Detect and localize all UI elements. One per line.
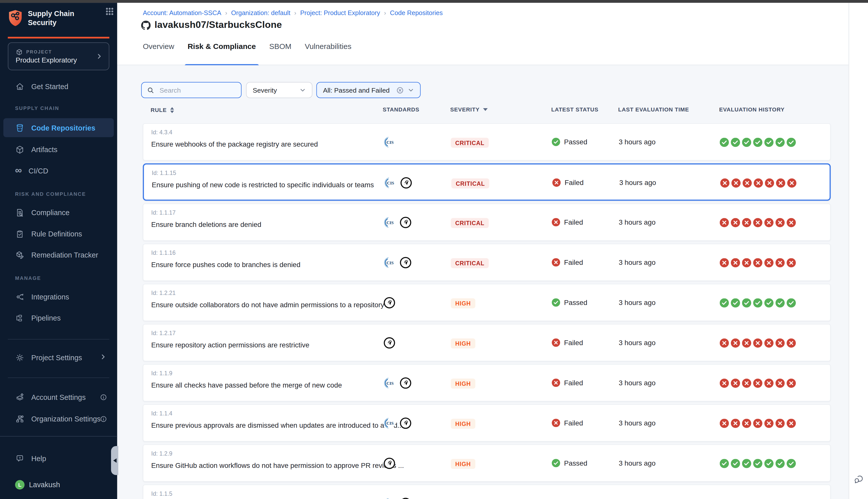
x-circle-icon [742,218,751,228]
x-circle-icon [552,179,560,187]
table-row[interactable]: Id: 1.2.21 Ensure outside collaborators … [143,284,831,321]
x-circle-icon [776,179,785,188]
tab-sbom[interactable]: SBOM [269,42,291,52]
project-name: Product Exploratory [15,56,77,64]
user-menu[interactable]: L Lavakush [15,480,60,490]
app-grid-icon[interactable] [106,7,114,15]
x-circle-icon [552,258,560,266]
tab-risk-compliance[interactable]: Risk & Compliance [188,42,256,52]
org-settings-icon [15,414,25,424]
table-row[interactable]: Id: 1.1.16 Ensure force pushes code to b… [143,244,831,281]
rule-id: Id: 1.2.17 [151,330,176,336]
status-label: Passed [564,459,588,467]
table-row[interactable]: Id: 1.2.17 Ensure repository action perm… [143,324,831,362]
table-row[interactable]: Id: 1.1.5 CIS HIGH Failed 3 hours ago [143,485,831,499]
info-icon[interactable] [100,415,107,423]
sidebar-item-account-settings[interactable]: Account Settings [0,388,117,406]
sidebar-item-label: Artifacts [31,145,57,154]
standards-cell: CIS [383,216,412,229]
column-header-rule[interactable]: RULE [151,107,174,114]
check-circle-icon [720,138,729,147]
table-row[interactable]: Id: 1.1.15 Ensure pushing of new code is… [143,163,831,201]
x-circle-icon [787,218,796,228]
x-circle-icon [787,419,796,428]
browser-top-bar [0,0,868,3]
column-header-severity[interactable]: SEVERITY [450,107,488,112]
sidebar-item-rule-definitions[interactable]: Rule Definitions [0,224,117,243]
sidebar-item-ci-cd[interactable]: ∞ CI/CD [0,161,117,180]
status-label: Passed [564,138,588,146]
status-filter-label: All: Passed and Failed [323,86,389,94]
status-filter-dropdown[interactable]: All: Passed and Failed [316,82,420,98]
sidebar-collapse-handle[interactable] [111,446,118,475]
rule-id: Id: 1.1.16 [151,249,176,256]
sidebar-item-label: CI/CD [29,167,48,175]
sidebar-item-integrations[interactable]: Integrations [0,287,117,306]
check-circle-icon [775,459,785,468]
table-row[interactable]: Id: 1.1.4 Ensure previous approvals are … [143,404,831,441]
owasp-icon [383,457,396,470]
breadcrumb-link[interactable]: Account: Automation-SSCA [143,10,221,16]
x-circle-icon [552,378,560,387]
chat-icon[interactable] [854,474,864,485]
table-row[interactable]: Id: 1.1.9 Ensure all checks have passed … [143,364,831,402]
sort-icon[interactable] [170,107,174,114]
compliance-icon [15,208,25,217]
check-circle-icon [552,298,560,306]
x-circle-icon [775,218,785,228]
table-row[interactable]: Id: 1.1.17 Ensure branch deletions are d… [143,204,831,241]
check-circle-icon [787,298,796,307]
severity-filter-label: Severity [253,86,277,94]
sidebar-item-code-repositories[interactable]: </> Code Repositories [3,118,114,137]
help-icon: ? [15,453,25,463]
last-evaluation-time: 3 hours ago [619,179,656,187]
x-circle-icon [742,338,751,348]
page-title: lavakush07/StarbucksClone [155,20,282,31]
tab-vulnerabilities[interactable]: Vulnerabilities [305,42,352,52]
sidebar-item-label: Compliance [31,208,70,217]
sidebar-item-project-settings[interactable]: Project Settings [0,348,117,367]
latest-status-cell: Failed [552,419,583,427]
rule-name: Ensure GitHub action workflows do not ha… [151,462,404,470]
sidebar-item-get-started[interactable]: Get Started [0,77,117,96]
owasp-icon [383,337,396,349]
breadcrumb-link[interactable]: Organization: default [231,10,290,16]
x-circle-icon [720,179,730,188]
last-evaluation-time: 3 hours ago [618,219,655,227]
breadcrumb-separator-icon: › [294,10,297,16]
tab-bar: OverviewRisk & ComplianceSBOMVulnerabili… [143,42,351,52]
sidebar-item-remediation-tracker[interactable]: Remediation Tracker [0,245,117,264]
sidebar-item-label: Get Started [31,82,68,90]
check-circle-icon [775,298,785,307]
x-circle-icon [753,338,762,348]
search-input[interactable] [158,86,231,95]
severity-filter-dropdown[interactable]: Severity [246,82,312,98]
table-row[interactable]: Id: 4.3.4 Ensure webhooks of the package… [143,123,831,161]
project-selector[interactable]: PROJECT Product Exploratory [8,42,109,70]
check-circle-icon [552,138,560,146]
table-row[interactable]: Id: 1.2.9 Ensure GitHub action workflows… [143,444,831,482]
breadcrumb-link[interactable]: Code Repositories [390,10,443,16]
last-evaluation-time: 3 hours ago [618,259,655,267]
x-circle-icon [754,179,763,188]
clear-filter-icon[interactable] [396,86,404,94]
sidebar-item-organization-settings[interactable]: Organization Settings [0,409,117,428]
breadcrumb-link[interactable]: Project: Product Exploratory [300,10,380,16]
shield-logo-icon [8,10,23,27]
rule-id: Id: 1.1.4 [151,410,172,417]
x-circle-icon [720,338,729,348]
sidebar-item-help[interactable]: ? Help [0,449,117,468]
sidebar-item-compliance[interactable]: Compliance [0,203,117,222]
tab-overview[interactable]: Overview [143,42,174,52]
sidebar-section-heading: MANAGE [15,275,41,281]
x-circle-icon [731,258,740,267]
x-circle-icon [731,419,740,428]
sidebar-item-artifacts[interactable]: Artifacts [0,140,117,159]
severity-cell: CRITICAL [451,257,489,268]
latest-status-cell: Passed [552,459,588,467]
svg-text:CIS: CIS [387,181,394,185]
sort-desc-icon[interactable] [482,108,488,112]
app-root: Supply Chain Security PROJECT Product Ex… [0,0,868,499]
sidebar-item-pipelines[interactable]: Pipelines [0,308,117,327]
info-icon[interactable] [100,393,107,401]
